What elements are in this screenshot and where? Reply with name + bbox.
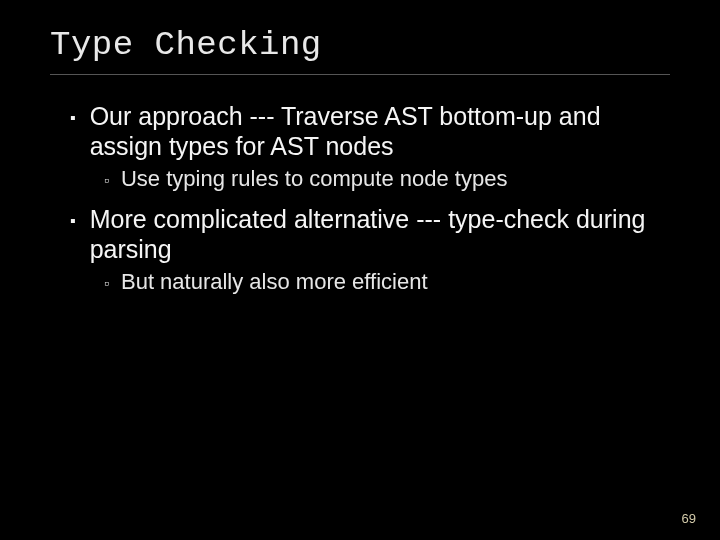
bullet-item: ▪ More complicated alternative --- type-…	[70, 204, 660, 264]
bullet-text: Our approach --- Traverse AST bottom-up …	[90, 101, 660, 161]
slide: Type Checking ▪ Our approach --- Travers…	[0, 0, 720, 540]
bullet-text: More complicated alternative --- type-ch…	[90, 204, 660, 264]
slide-title: Type Checking	[50, 26, 670, 64]
square-bullet-icon: ▪	[70, 206, 76, 236]
sub-bullet-item: ▫ Use typing rules to compute node types	[104, 165, 660, 194]
page-number: 69	[682, 511, 696, 526]
hollow-square-bullet-icon: ▫	[104, 166, 109, 194]
sub-bullet-text: But naturally also more efficient	[121, 268, 428, 295]
hollow-square-bullet-icon: ▫	[104, 269, 109, 297]
title-container: Type Checking	[0, 0, 720, 68]
sub-bullet-text: Use typing rules to compute node types	[121, 165, 507, 192]
sub-bullet-item: ▫ But naturally also more efficient	[104, 268, 660, 297]
slide-content: ▪ Our approach --- Traverse AST bottom-u…	[0, 75, 720, 297]
bullet-item: ▪ Our approach --- Traverse AST bottom-u…	[70, 101, 660, 161]
square-bullet-icon: ▪	[70, 103, 76, 133]
